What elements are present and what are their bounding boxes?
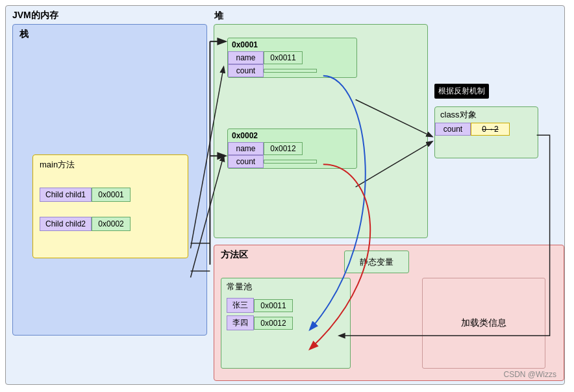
- obj1-count-value: [264, 69, 317, 73]
- obj1-name-row: name 0x0011: [228, 51, 356, 64]
- child2-name: Child child2: [40, 217, 92, 231]
- class-obj-area: class对象 count 0→2: [434, 106, 538, 158]
- const2-val: 0x0012: [254, 317, 293, 330]
- const1-val: 0x0011: [254, 299, 293, 312]
- obj1-count-label: count: [228, 64, 264, 77]
- obj2-name-row: name 0x0012: [228, 142, 356, 155]
- obj1-count-row: count: [228, 64, 356, 77]
- obj2-name-value: 0x0012: [264, 142, 303, 155]
- stack-area: 栈 main方法 Child child1 0x0001 Child child…: [12, 24, 207, 336]
- reflect-label: 根据反射机制: [434, 84, 489, 99]
- const-row1: 张三 0x0011: [227, 298, 345, 313]
- obj1-name-value: 0x0011: [264, 51, 303, 64]
- child2-value: 0x0002: [92, 217, 131, 231]
- watermark: CSDN @Wizzs: [503, 370, 556, 379]
- class-count-value: 0→2: [471, 123, 510, 136]
- child2-row: Child child2 0x0002: [40, 217, 131, 231]
- class-info-box: 加载类信息: [422, 278, 545, 369]
- main-container: JVM的内存 栈 main方法 Child child1 0x0001 Chil…: [5, 5, 565, 385]
- heap-area: 堆 0x0001 name 0x0011 count 0x0002 name 0…: [214, 24, 428, 238]
- stack-title: 栈: [19, 29, 29, 40]
- const2-name: 李四: [227, 315, 254, 330]
- const-pool-title: 常量池: [221, 278, 350, 295]
- child1-name: Child child1: [40, 188, 92, 202]
- class-obj-title: class对象: [435, 107, 538, 123]
- const-pool-box: 常量池 张三 0x0011 李四 0x0012: [221, 278, 351, 369]
- obj2-count-value: [264, 160, 317, 164]
- class-count-label: count: [435, 123, 471, 136]
- heap-obj1: 0x0001 name 0x0011 count: [227, 38, 357, 78]
- static-var-box: 静态变量: [344, 251, 409, 273]
- const-row2: 李四 0x0012: [227, 315, 345, 330]
- child1-row: Child child1 0x0001: [40, 188, 131, 202]
- method-area-title: 方法区: [221, 249, 248, 261]
- class-info-label: 加载类信息: [461, 317, 506, 329]
- obj1-address: 0x0001: [228, 38, 356, 51]
- method-area: 方法区 静态变量 常量池 张三 0x0011 李四 0x0012 加载类信息: [214, 245, 564, 381]
- heap-title: 堆: [214, 10, 223, 22]
- main-method-label: main方法: [40, 159, 75, 171]
- obj2-address: 0x0002: [228, 129, 356, 142]
- obj2-count-row: count: [228, 155, 356, 168]
- static-var-label: 静态变量: [360, 256, 393, 268]
- obj1-name-label: name: [228, 51, 264, 64]
- const1-name: 张三: [227, 298, 254, 313]
- jvm-title: JVM的内存: [12, 10, 58, 21]
- main-method-box: main方法 Child child1 0x0001 Child child2 …: [32, 154, 188, 258]
- obj2-name-label: name: [228, 142, 264, 155]
- obj2-count-label: count: [228, 155, 264, 168]
- child1-value: 0x0001: [92, 188, 131, 202]
- class-count-row: count 0→2: [435, 123, 538, 136]
- heap-obj2: 0x0002 name 0x0012 count: [227, 129, 357, 169]
